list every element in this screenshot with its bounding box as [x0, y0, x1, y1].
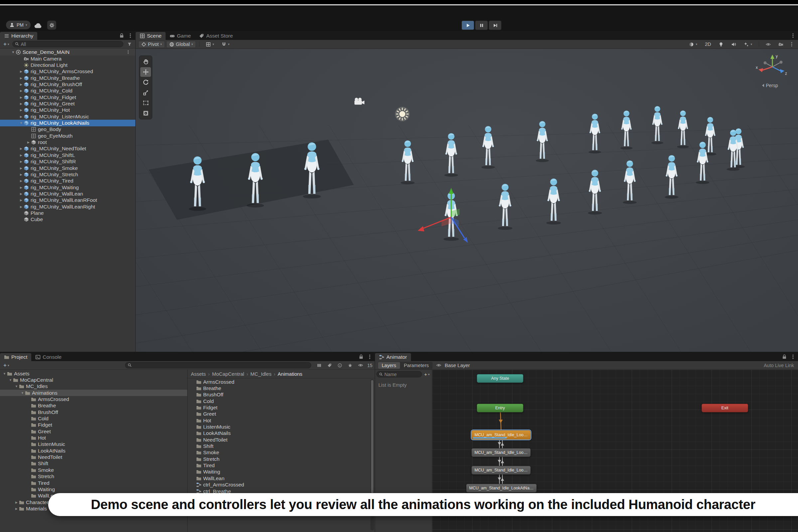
character-figure[interactable]	[546, 178, 561, 225]
pivot-toggle-button[interactable]: Pivot ▾	[138, 41, 165, 48]
scrollbar-thumb[interactable]	[371, 380, 374, 493]
breadcrumb-item[interactable]: MC_Idles	[250, 371, 271, 377]
tree-item[interactable]: ▶rig_MCUnity_WallLeanRight	[0, 204, 135, 210]
character-figure[interactable]	[536, 121, 549, 162]
pause-button[interactable]	[475, 21, 488, 30]
tree-item[interactable]: ▶rig_MCUnity_Smoke	[0, 165, 135, 171]
viewport-canvas[interactable]	[136, 49, 798, 352]
character-figure[interactable]	[481, 126, 495, 169]
breadcrumb-item[interactable]: MoCapCentral	[212, 371, 244, 377]
tree-item[interactable]: BrushOff	[0, 409, 187, 415]
account-button[interactable]: PM ▾	[6, 21, 31, 29]
tree-item[interactable]: Stretch	[0, 474, 187, 480]
auto-live-link-button[interactable]: Auto Live Link	[764, 363, 795, 368]
expand-arrow-icon[interactable]: ▶	[19, 96, 24, 99]
expand-arrow-icon[interactable]: ▶	[19, 186, 24, 189]
character-figure[interactable]	[498, 184, 512, 230]
lock-icon[interactable]	[118, 32, 125, 39]
expand-arrow-icon[interactable]: ▶	[19, 102, 24, 106]
expand-arrow-icon[interactable]: ▶	[19, 108, 24, 112]
expand-arrow-icon[interactable]: ▶	[14, 501, 19, 504]
columns-icon[interactable]	[316, 362, 323, 369]
info-icon[interactable]	[336, 362, 343, 369]
tree-item[interactable]: ▶rig_MCUnity_Fidget	[0, 94, 135, 100]
create-asset-button[interactable]: + ▾	[2, 362, 10, 369]
tree-item[interactable]: ArmsCrossed	[188, 379, 369, 385]
tab-animator[interactable]: Animator	[375, 353, 411, 361]
tree-item[interactable]: ▶rig_MCUnity_NeedToilet	[0, 146, 135, 152]
move-tool-button[interactable]	[140, 67, 151, 77]
breadcrumb-item[interactable]: Assets	[191, 371, 206, 377]
character-figure[interactable]	[444, 133, 458, 176]
tree-item[interactable]: ▶rig_MCUnity_ArmsCrossed	[0, 69, 135, 75]
tree-item[interactable]: Smoke	[188, 450, 369, 456]
expand-arrow-icon[interactable]: ▶	[19, 205, 24, 208]
tree-item[interactable]: ▶rig_MCUnity_Stretch	[0, 171, 135, 177]
snap-toggle-button[interactable]: ▾	[218, 41, 233, 48]
tree-item[interactable]: ▼Assets	[0, 370, 187, 377]
tree-item[interactable]: ▶rig_MCUnity_ShiftL	[0, 152, 135, 158]
tree-item[interactable]: Tired	[188, 462, 369, 469]
tree-item[interactable]: ▶rig_MCUnity_Cold	[0, 88, 135, 94]
tree-item[interactable]: ▶rig_MCUnity_ListenMusic	[0, 113, 135, 120]
row-menu-icon[interactable]	[126, 50, 132, 56]
expand-arrow-icon[interactable]: ▶	[19, 192, 24, 195]
expand-arrow-icon[interactable]: ▶	[19, 160, 24, 163]
expand-arrow-icon[interactable]: ▶	[26, 141, 31, 144]
tree-item[interactable]: ListenMusic	[0, 441, 187, 448]
expand-arrow-icon[interactable]: ▶	[14, 507, 19, 510]
filter-icon[interactable]	[126, 41, 133, 48]
tree-item[interactable]: Fidget	[188, 404, 369, 411]
lock-icon[interactable]	[781, 353, 788, 360]
layers-tab[interactable]: Layers	[378, 362, 400, 369]
expand-arrow-icon[interactable]: ▶	[19, 179, 24, 183]
layers-search[interactable]	[376, 371, 422, 377]
tree-item[interactable]: Hot	[0, 435, 187, 441]
lock-icon[interactable]	[358, 353, 365, 360]
scale-tool-button[interactable]	[140, 88, 151, 97]
rotate-tool-button[interactable]	[140, 77, 151, 87]
tree-item[interactable]: WallLean	[188, 475, 369, 481]
expand-arrow-icon[interactable]: ▶	[19, 70, 24, 73]
state-node[interactable]: Any State	[477, 374, 524, 383]
play-button[interactable]	[461, 21, 474, 30]
orientation-gizmo[interactable]: y x z Persp	[750, 54, 790, 88]
create-menu-button[interactable]: + ▾	[2, 41, 10, 48]
scene-lighting-button[interactable]	[716, 41, 726, 48]
camera-gizmo-icon[interactable]	[355, 98, 364, 105]
shading-mode-button[interactable]: ▾	[686, 41, 700, 48]
viewport-menu-icon[interactable]	[788, 41, 795, 48]
tree-item[interactable]: BrushOff	[188, 392, 369, 398]
tree-item[interactable]: Main Camera	[0, 56, 135, 62]
scene-root-row[interactable]: ▼ Scene_Demo_MAIN	[0, 49, 135, 56]
state-node[interactable]: Exit	[702, 404, 748, 412]
tree-item[interactable]: LookAtNails	[0, 448, 187, 454]
parameters-tab[interactable]: Parameters	[400, 362, 433, 369]
tag-icon[interactable]	[326, 362, 333, 369]
star-icon[interactable]	[346, 362, 354, 369]
tree-item[interactable]: ▼MC_Idles	[0, 383, 187, 390]
tab-hierarchy[interactable]: Hierarchy	[0, 32, 37, 40]
view-tool-button[interactable]	[140, 57, 151, 66]
eye-icon[interactable]	[435, 362, 442, 369]
tree-item[interactable]: Waiting	[188, 469, 369, 475]
tree-item[interactable]: ▶rig_MCUnity_Breathe	[0, 75, 135, 81]
hidden-objects-button[interactable]	[763, 41, 774, 48]
character-figure[interactable]	[665, 155, 679, 198]
tree-item[interactable]: LookAtNails	[188, 430, 369, 437]
expand-arrow-icon[interactable]: ▶	[19, 115, 24, 118]
layers-search-input[interactable]	[384, 372, 419, 377]
eye-icon[interactable]	[357, 362, 364, 369]
expand-arrow-icon[interactable]: ▶	[19, 173, 24, 176]
camera-settings-button[interactable]	[775, 41, 786, 48]
tree-item[interactable]: ArmsCrossed	[0, 396, 187, 402]
tree-item[interactable]: Hot	[188, 417, 369, 424]
character-figure[interactable]	[696, 141, 709, 184]
tree-item[interactable]: ▶rig_MCUnity_ShiftR	[0, 158, 135, 165]
tree-item[interactable]: Directional Light	[0, 62, 135, 68]
tree-item[interactable]: ▶rig_MCUnity_Greet	[0, 100, 135, 107]
tree-item[interactable]: Plane	[0, 210, 135, 216]
effects-button[interactable]: ▾	[741, 41, 755, 48]
expand-arrow-icon[interactable]: ▶	[19, 154, 24, 157]
tree-item[interactable]: NeedToilet	[188, 437, 369, 443]
